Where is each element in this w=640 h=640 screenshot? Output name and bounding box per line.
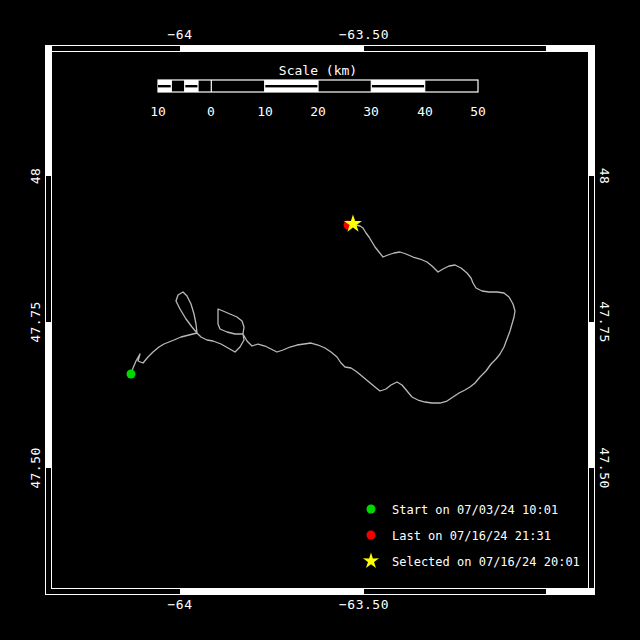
axis-label-left-lat3: 47.50 <box>28 447 43 489</box>
scale-bar-title: Scale (km) <box>279 63 357 78</box>
axis-label-left-lat2: 47.75 <box>28 301 43 343</box>
frame-zebra-segment <box>180 45 364 52</box>
frame-zebra-segment <box>546 45 595 52</box>
scale-tick-label: 0 <box>207 104 215 119</box>
frame-zebra-segment <box>588 322 595 468</box>
legend-label-last: Last on 07/16/24 21:31 <box>392 529 551 543</box>
map-canvas <box>0 0 640 640</box>
start-marker <box>127 370 136 379</box>
legend-marker-selected <box>363 553 379 568</box>
scale-tick-label: 30 <box>363 104 379 119</box>
scale-bar-stripe <box>158 85 171 87</box>
scale-tick-label: 40 <box>417 104 433 119</box>
axis-label-left-lat1: 48 <box>28 168 43 185</box>
axis-label-bottom-lon1: −64 <box>168 597 193 612</box>
legend-label-start: Start on 07/03/24 10:01 <box>392 503 558 517</box>
scale-tick-label: 10 <box>150 104 166 119</box>
frame-zebra-segment <box>180 588 364 595</box>
axis-label-right-lat2: 47.75 <box>597 301 612 343</box>
axis-label-top-lon1: −64 <box>168 27 193 42</box>
frame-zebra-segment <box>588 45 595 176</box>
track-polyline <box>131 225 515 403</box>
scale-tick-label: 20 <box>310 104 326 119</box>
legend-marker-start <box>367 505 376 514</box>
axis-label-top-lon2: −63.50 <box>339 27 389 42</box>
legend-marker-last <box>367 531 376 540</box>
axis-label-right-lat3: 47.50 <box>597 447 612 489</box>
scale-tick-label: 10 <box>257 104 273 119</box>
scale-bar <box>158 80 478 92</box>
scale-bar-stripe <box>371 85 424 87</box>
frame-zebra-segment <box>546 588 595 595</box>
scale-tick-label: 50 <box>470 104 486 119</box>
frame-zebra-segment <box>45 45 52 176</box>
legend-label-selected: Selected on 07/16/24 20:01 <box>392 555 580 569</box>
map-plot: −64 −63.50 −64 −63.50 48 47.75 47.50 48 … <box>0 0 640 640</box>
scale-bar-stripe <box>185 85 198 87</box>
scale-bar-stripe <box>265 85 318 87</box>
axis-label-right-lat1: 48 <box>597 168 612 185</box>
axis-label-bottom-lon2: −63.50 <box>339 597 389 612</box>
frame-zebra-segment <box>45 322 52 468</box>
